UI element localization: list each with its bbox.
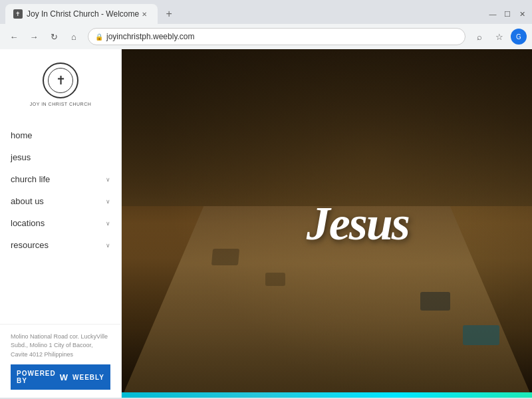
hero-image: Jesus [122,49,532,398]
weebly-label: weebly [72,374,104,381]
forward-button[interactable]: → [25,28,43,45]
site-logo: ✝ JOY IN CHRIST CHURCH [0,49,121,118]
chevron-down-icon: ∨ [106,242,110,249]
title-bar: ✝ Joy In Christ Church - Welcome ✕ + — ☐… [0,0,532,24]
nav-item-home[interactable]: home [0,124,121,146]
vehicle [420,292,450,311]
nav-label-jesus: jesus [11,152,31,162]
vehicle [211,249,239,265]
browser-tab[interactable]: ✝ Joy In Christ Church - Welcome ✕ [5,4,158,24]
hero-jesus-text: Jesus [307,200,409,247]
profile-button[interactable]: G [511,29,527,45]
nav-item-locations[interactable]: locations ∨ [0,212,121,234]
maximize-button[interactable]: ☐ [503,9,512,19]
browser-chrome: ✝ Joy In Christ Church - Welcome ✕ + — ☐… [0,0,532,49]
window-controls: — ☐ ✕ [488,9,527,19]
tab-favicon: ✝ [13,9,23,19]
browser-toolbar: ← → ↻ ⌂ 🔒 joyinchristph.weebly.com ⌕ ☆ G [0,24,532,49]
nav-label-church-life: church life [11,174,50,184]
vehicle [265,273,285,286]
tab-close-button[interactable]: ✕ [139,9,150,19]
chevron-down-icon: ∨ [106,220,110,227]
nav-label-resources: resources [11,240,49,250]
teal-accent-bar [122,392,532,398]
nav-menu: home jesus church life ∨ about us ∨ loca… [0,118,121,323]
back-button[interactable]: ← [5,28,23,45]
address-bar[interactable]: 🔒 joyinchristph.weebly.com [88,28,466,45]
logo-cross: ✝ [48,68,73,93]
nav-label-about-us: about us [11,196,44,206]
refresh-button[interactable]: ↻ [45,28,63,45]
powered-by-weebly[interactable]: POWERED BY w weebly [11,364,110,390]
main-content: Jesus [122,49,532,398]
sidebar-footer: Molino National Road cor. LuckyVille Sub… [0,324,121,398]
search-icon[interactable]: ⌕ [471,28,488,45]
weebly-logo: w [60,372,68,382]
nav-item-jesus[interactable]: jesus [0,146,121,168]
chevron-down-icon: ∨ [106,198,110,205]
powered-by-label: POWERED BY [17,370,56,384]
sidebar: ✝ JOY IN CHRIST CHURCH home jesus church… [0,49,122,398]
tab-title: Joy In Christ Church - Welcome [27,9,139,19]
nav-item-church-life[interactable]: church life ∨ [0,168,121,190]
nav-item-about-us[interactable]: about us ∨ [0,190,121,212]
lock-icon: 🔒 [95,33,103,41]
website: ✝ JOY IN CHRIST CHURCH home jesus church… [0,49,532,398]
close-button[interactable]: ✕ [517,9,527,19]
home-button[interactable]: ⌂ [65,28,82,45]
url-text: joyinchristph.weebly.com [106,32,195,41]
new-tab-button[interactable]: + [160,5,178,23]
toolbar-actions: ⌕ ☆ G [471,28,527,45]
chevron-down-icon: ∨ [106,176,110,183]
nav-item-resources[interactable]: resources ∨ [0,234,121,256]
nav-label-home: home [11,130,33,140]
vehicle [463,325,499,345]
logo-circle: ✝ [43,63,78,98]
buildings [122,49,532,206]
church-address: Molino National Road cor. LuckyVille Sub… [11,332,110,360]
bookmark-icon[interactable]: ☆ [491,28,508,45]
minimize-button[interactable]: — [488,9,497,19]
nav-label-locations: locations [11,218,45,228]
logo-text: JOY IN CHRIST CHURCH [30,101,92,107]
